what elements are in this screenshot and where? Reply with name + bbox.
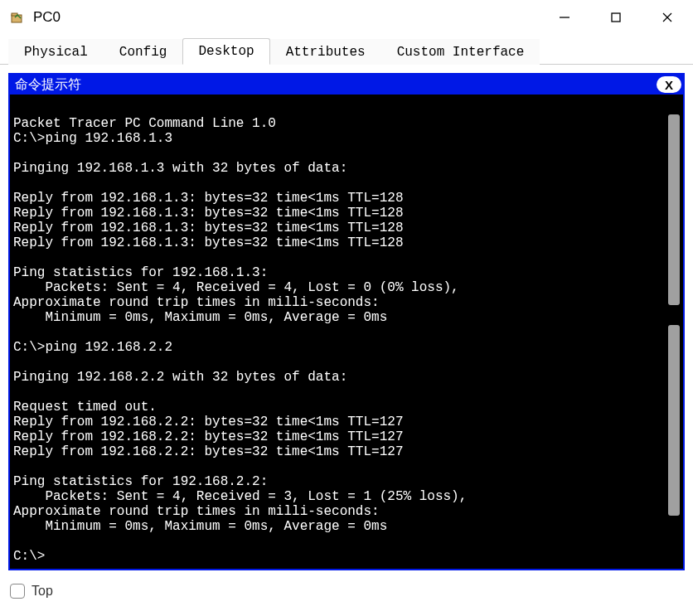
window-title: PC0 — [33, 9, 539, 26]
scroll-thumb-lower[interactable] — [668, 325, 680, 516]
maximize-button[interactable] — [590, 0, 642, 35]
top-checkbox[interactable] — [10, 584, 25, 599]
terminal-scrollbar[interactable] — [665, 95, 683, 569]
terminal-output[interactable]: Packet Tracer PC Command Line 1.0 C:\>pi… — [10, 95, 665, 569]
tab-custom-interface[interactable]: Custom Interface — [381, 39, 540, 65]
tab-desktop[interactable]: Desktop — [182, 38, 269, 65]
terminal-window: 命令提示符 X Packet Tracer PC Command Line 1.… — [8, 73, 685, 570]
terminal-close-button[interactable]: X — [657, 76, 681, 93]
terminal-body-wrap: Packet Tracer PC Command Line 1.0 C:\>pi… — [10, 95, 683, 569]
scroll-thumb-upper[interactable] — [668, 114, 680, 305]
window-titlebar: PC0 — [0, 0, 693, 35]
tab-physical[interactable]: Physical — [8, 39, 104, 65]
close-button[interactable] — [642, 0, 693, 35]
terminal-title: 命令提示符 — [15, 76, 81, 94]
minimize-button[interactable] — [539, 0, 590, 35]
tab-bar: Physical Config Desktop Attributes Custo… — [0, 36, 693, 65]
tab-config[interactable]: Config — [104, 39, 183, 65]
terminal-titlebar: 命令提示符 X — [10, 75, 683, 95]
svg-rect-3 — [612, 13, 620, 22]
tab-attributes[interactable]: Attributes — [270, 39, 381, 65]
top-label: Top — [32, 584, 53, 599]
app-icon — [10, 10, 25, 25]
workspace: 命令提示符 X Packet Tracer PC Command Line 1.… — [0, 65, 693, 579]
bottom-bar: Top — [0, 579, 693, 604]
window-controls — [539, 0, 693, 35]
